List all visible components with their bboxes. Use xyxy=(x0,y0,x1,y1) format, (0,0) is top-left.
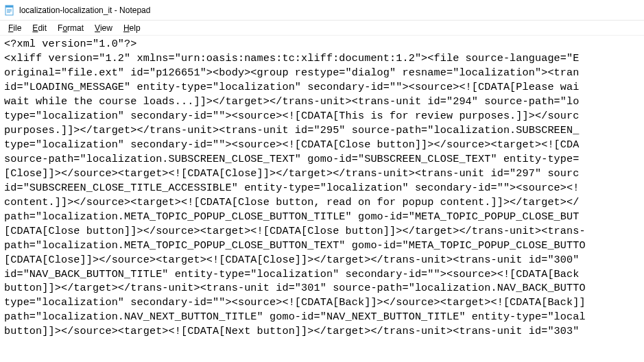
text-area[interactable]: <?xml version="1.0"?> <xliff version="1.… xyxy=(0,36,644,340)
menu-edit[interactable]: Edit xyxy=(27,22,52,34)
menu-help[interactable]: Help xyxy=(118,22,146,34)
menu-format[interactable]: Format xyxy=(52,22,89,34)
svg-rect-1 xyxy=(5,5,13,8)
document-name: localization-localization_it xyxy=(19,5,112,15)
menu-view[interactable]: View xyxy=(89,22,118,34)
window-title: localization-localization_it - Notepad xyxy=(19,5,150,15)
app-name: Notepad xyxy=(119,5,150,15)
notepad-icon xyxy=(4,5,15,16)
titlebar: localization-localization_it - Notepad xyxy=(0,0,644,21)
menubar: File Edit Format View Help xyxy=(0,21,644,36)
menu-file[interactable]: File xyxy=(3,22,27,34)
